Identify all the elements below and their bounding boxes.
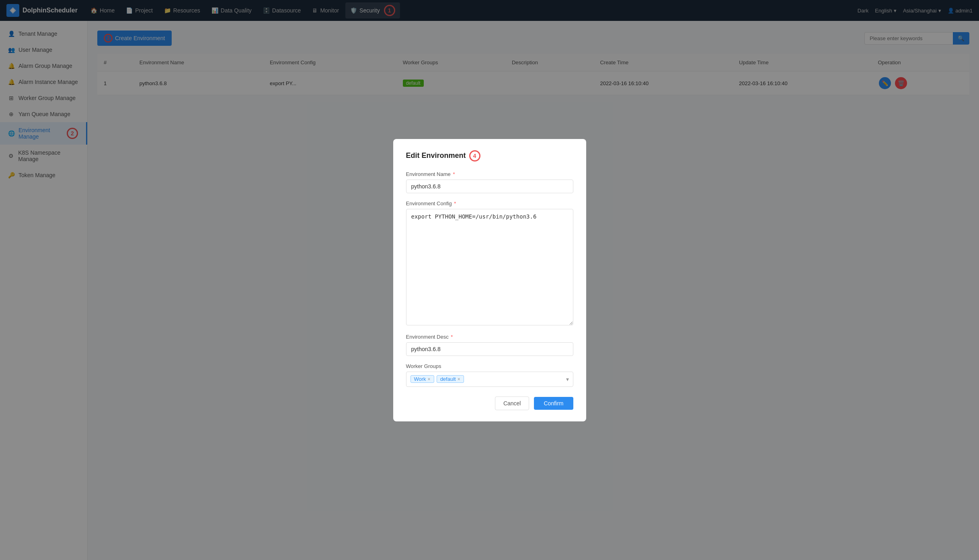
tag-work-close[interactable]: × <box>428 376 431 382</box>
worker-groups-group: Worker Groups Work × default × ▾ <box>406 363 573 387</box>
env-config-label: Environment Config * <box>406 200 573 206</box>
dialog-title: Edit Environment 4 <box>406 150 573 161</box>
env-desc-group: Environment Desc * <box>406 334 573 356</box>
config-required-star: * <box>454 200 456 206</box>
worker-groups-label: Worker Groups <box>406 363 573 369</box>
edit-environment-dialog: Edit Environment 4 Environment Name * En… <box>393 139 586 421</box>
required-star: * <box>453 171 455 177</box>
tag-default-close[interactable]: × <box>458 376 460 382</box>
select-arrow-icon: ▾ <box>566 376 569 382</box>
env-desc-label: Environment Desc * <box>406 334 573 340</box>
env-name-group: Environment Name * <box>406 171 573 193</box>
worker-groups-select[interactable]: Work × default × ▾ <box>406 372 573 387</box>
env-name-input[interactable] <box>406 180 573 193</box>
env-config-textarea[interactable]: export PYTHON_HOME=/usr/bin/python3.6 <box>406 209 573 325</box>
env-name-label: Environment Name * <box>406 171 573 177</box>
cancel-button[interactable]: Cancel <box>495 396 530 410</box>
annotation-4: 4 <box>469 150 480 161</box>
tag-work: Work × <box>410 375 434 383</box>
env-desc-input[interactable] <box>406 342 573 356</box>
env-config-group: Environment Config * export PYTHON_HOME=… <box>406 200 573 327</box>
desc-required-star: * <box>451 334 453 340</box>
tag-default: default × <box>437 375 464 383</box>
modal-overlay: Edit Environment 4 Environment Name * En… <box>0 0 979 560</box>
confirm-button[interactable]: Confirm <box>534 397 573 410</box>
dialog-footer: Cancel Confirm <box>406 396 573 410</box>
